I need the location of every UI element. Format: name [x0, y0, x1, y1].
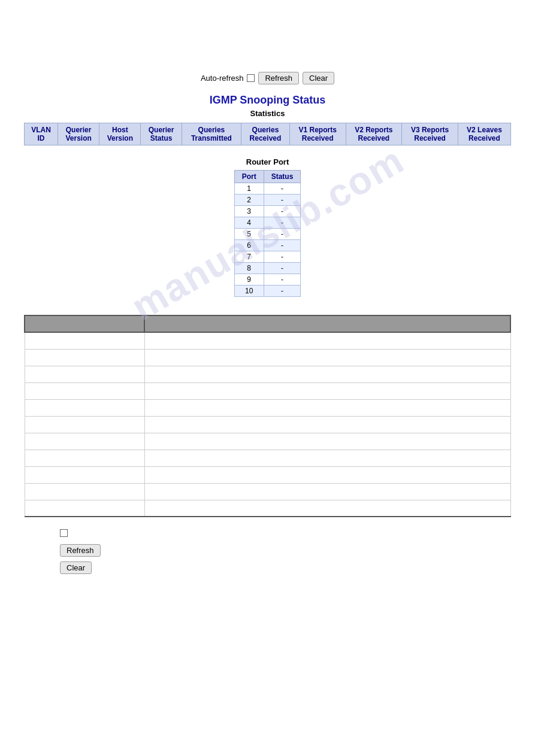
router-port-row: 8- [234, 263, 301, 274]
router-port-row: 2- [234, 195, 301, 206]
bottom-table-wrapper [24, 315, 511, 517]
bottom-cell-col2 [144, 466, 510, 483]
bottom-cell-col2 [144, 332, 510, 349]
router-port-cell-status: - [264, 217, 301, 229]
bottom-table-row [25, 382, 510, 399]
stats-col-queries-received: QueriesReceived [241, 123, 290, 145]
bottom-clear-button[interactable]: Clear [60, 561, 92, 574]
bottom-cell-col1 [25, 382, 144, 399]
bottom-cell-col2 [144, 349, 510, 366]
stats-col-v2-leaves: V2 LeavesReceived [458, 123, 510, 145]
stats-col-host-version: HostVersion [99, 123, 141, 145]
bottom-cell-col2 [144, 450, 510, 466]
router-port-table: Port Status 1-2-3-4-5-6-7-8-9-10- [234, 170, 301, 297]
bottom-controls: Refresh Clear [60, 529, 511, 574]
bottom-cell-col1 [25, 466, 144, 483]
top-refresh-button[interactable]: Refresh [258, 72, 299, 84]
router-port-header-row: Port Status [234, 171, 301, 183]
bottom-cell-col2 [144, 399, 510, 416]
bottom-cell-col1 [25, 349, 144, 366]
bottom-col2-header [144, 315, 510, 332]
bottom-cell-col1 [25, 416, 144, 433]
auto-refresh-checkbox[interactable] [247, 74, 255, 82]
bottom-cell-col2 [144, 382, 510, 399]
router-port-cell-port: 10 [234, 286, 264, 297]
auto-refresh-label: Auto-refresh [201, 74, 244, 83]
router-port-cell-port: 9 [234, 274, 264, 286]
router-port-row: 6- [234, 240, 301, 251]
bottom-auto-refresh-checkbox[interactable] [60, 529, 68, 537]
stats-col-vlan-id: VLANID [25, 123, 58, 145]
bottom-cell-col1 [25, 399, 144, 416]
router-port-row: 1- [234, 183, 301, 195]
top-controls-bar: Auto-refresh Refresh Clear [24, 72, 511, 84]
bottom-cell-col1 [25, 366, 144, 382]
router-port-cell-port: 8 [234, 263, 264, 274]
router-port-cell-port: 6 [234, 240, 264, 251]
bottom-cell-col1 [25, 500, 144, 517]
router-port-cell-status: - [264, 195, 301, 206]
router-port-cell-status: - [264, 286, 301, 297]
bottom-autorefresh-row [60, 529, 68, 537]
bottom-table-body [25, 332, 510, 517]
bottom-cell-col1 [25, 483, 144, 500]
bottom-table-row [25, 500, 510, 517]
router-port-cell-port: 1 [234, 183, 264, 195]
bottom-cell-col2 [144, 416, 510, 433]
bottom-table-header-row [25, 315, 510, 332]
top-clear-button[interactable]: Clear [303, 72, 334, 84]
router-port-cell-status: - [264, 240, 301, 251]
router-port-col-port: Port [234, 171, 264, 183]
stats-col-querier-version: QuerierVersion [58, 123, 99, 145]
router-port-cell-port: 7 [234, 251, 264, 263]
router-port-cell-port: 4 [234, 217, 264, 229]
bottom-cell-col2 [144, 433, 510, 450]
bottom-table-row [25, 349, 510, 366]
router-port-cell-status: - [264, 183, 301, 195]
bottom-cell-col1 [25, 332, 144, 349]
bottom-table-row [25, 433, 510, 450]
stats-col-v2-reports: V2 ReportsReceived [346, 123, 402, 145]
bottom-cell-col1 [25, 450, 144, 466]
router-port-cell-port: 2 [234, 195, 264, 206]
bottom-cell-col2 [144, 483, 510, 500]
router-port-wrapper: Port Status 1-2-3-4-5-6-7-8-9-10- manual… [24, 170, 511, 297]
bottom-cell-col2 [144, 366, 510, 382]
stats-col-queries-transmitted: QueriesTransmitted [182, 123, 241, 145]
router-port-row: 9- [234, 274, 301, 286]
bottom-col1-header [25, 315, 144, 332]
bottom-table [24, 315, 511, 517]
router-port-cell-port: 5 [234, 229, 264, 240]
router-port-row: 7- [234, 251, 301, 263]
router-port-row: 10- [234, 286, 301, 297]
router-port-title: Router Port [24, 157, 511, 166]
router-port-row: 3- [234, 206, 301, 217]
router-port-cell-port: 3 [234, 206, 264, 217]
bottom-cell-col1 [25, 433, 144, 450]
bottom-table-row [25, 483, 510, 500]
statistics-subtitle: Statistics [24, 109, 511, 118]
statistics-table: VLANID QuerierVersion HostVersion Querie… [24, 123, 511, 145]
router-port-cell-status: - [264, 274, 301, 286]
stats-header-row: VLANID QuerierVersion HostVersion Querie… [25, 123, 511, 145]
router-port-body: 1-2-3-4-5-6-7-8-9-10- [234, 183, 301, 297]
bottom-table-row [25, 466, 510, 483]
stats-col-v1-reports: V1 ReportsReceived [289, 123, 346, 145]
router-port-row: 5- [234, 229, 301, 240]
router-port-col-status: Status [264, 171, 301, 183]
page-title: IGMP Snooping Status [24, 94, 511, 107]
router-port-cell-status: - [264, 263, 301, 274]
bottom-table-row [25, 366, 510, 382]
router-port-cell-status: - [264, 251, 301, 263]
bottom-table-row [25, 416, 510, 433]
bottom-cell-col2 [144, 500, 510, 517]
router-port-cell-status: - [264, 206, 301, 217]
stats-col-querier-status: QuerierStatus [141, 123, 182, 145]
bottom-refresh-button[interactable]: Refresh [60, 544, 101, 557]
bottom-table-row [25, 332, 510, 349]
router-port-cell-status: - [264, 229, 301, 240]
router-port-row: 4- [234, 217, 301, 229]
stats-col-v3-reports: V3 ReportsReceived [402, 123, 458, 145]
bottom-table-row [25, 450, 510, 466]
bottom-table-row [25, 399, 510, 416]
